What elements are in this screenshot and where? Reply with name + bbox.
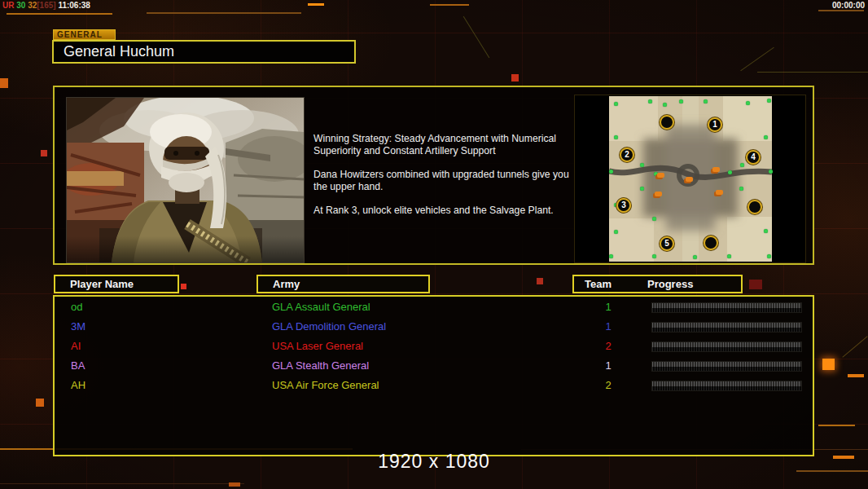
decor-line xyxy=(757,72,868,73)
start-position-marker: 5 xyxy=(660,236,674,251)
start-position-marker xyxy=(747,200,762,214)
decor-square xyxy=(0,78,8,88)
tree-dot xyxy=(609,254,613,258)
general-tab-label: GENERAL xyxy=(53,29,116,40)
decor-line xyxy=(7,13,112,15)
decor-square xyxy=(308,3,324,6)
general-name-box: General Huchum xyxy=(52,40,356,64)
decor-square xyxy=(822,359,835,370)
strategy-paragraph: Winning Strategy: Steady Advancement wit… xyxy=(313,133,574,157)
map-markers: 12435 xyxy=(609,96,772,262)
decor-square xyxy=(749,280,762,289)
start-position-marker: 3 xyxy=(616,198,631,213)
header-progress-label: Progress xyxy=(647,278,693,290)
table-row: od GLA Assault General 1 xyxy=(55,298,813,318)
loading-screen: UR 30 32[165] 11:06:38 00:00:00 GENERAL … xyxy=(0,0,868,489)
player-team: 2 xyxy=(598,340,618,352)
player-progress-bar xyxy=(651,302,802,313)
player-name: AH xyxy=(71,379,85,391)
match-timer: 00:00:00 xyxy=(832,1,865,10)
player-progress-bar xyxy=(651,341,802,352)
player-name: od xyxy=(71,301,82,313)
tree-dot xyxy=(704,99,708,104)
player-army: GLA Stealth General xyxy=(272,359,369,372)
start-position-marker: 4 xyxy=(746,150,761,165)
start-position-marker xyxy=(660,115,674,130)
general-portrait xyxy=(66,97,305,263)
decor-line xyxy=(147,12,301,14)
map-preview: 12435 xyxy=(609,96,772,262)
tree-dot xyxy=(652,254,656,258)
decor-line xyxy=(818,10,864,11)
header-team-progress: Team Progress xyxy=(572,275,743,293)
header-team-label: Team xyxy=(585,278,612,290)
players-table-body: od GLA Assault General 1 3M GLA Demoliti… xyxy=(53,295,814,456)
supply-pile-icon xyxy=(712,167,720,172)
tree-dot xyxy=(648,99,652,104)
start-position-marker: 1 xyxy=(708,117,722,132)
table-row: BA GLA Stealth General 1 xyxy=(55,357,813,377)
player-army: GLA Assault General xyxy=(272,301,370,313)
decor-line xyxy=(430,4,469,6)
tree-dot xyxy=(746,101,750,105)
strategy-paragraph: At Rank 3, unlock elite vehicles and the… xyxy=(313,205,574,217)
player-team: 1 xyxy=(598,320,618,333)
player-army: USA Laser General xyxy=(272,340,363,352)
tree-dot xyxy=(767,254,771,258)
player-progress-bar xyxy=(651,322,802,333)
tree-dot xyxy=(739,187,743,191)
player-progress-bar xyxy=(651,381,802,391)
supply-pile-icon xyxy=(716,190,723,195)
player-army: GLA Demolition General xyxy=(272,320,386,333)
debug-segment: [165] xyxy=(37,1,55,10)
decor-square xyxy=(229,482,240,487)
header-army: Army xyxy=(256,275,430,293)
start-position-marker xyxy=(704,236,718,250)
tree-dot xyxy=(727,254,731,258)
decor-line xyxy=(463,16,490,58)
debug-segment: 32 xyxy=(28,1,37,10)
decor-line xyxy=(848,374,864,377)
general-info-panel: Winning Strategy: Steady Advancement wit… xyxy=(53,86,814,265)
player-team: 1 xyxy=(598,359,618,372)
tree-dot xyxy=(614,135,618,139)
player-progress-bar xyxy=(651,361,802,372)
table-row: AH USA Air Force General 2 xyxy=(55,377,813,396)
supply-pile-icon xyxy=(686,177,693,182)
decor-square xyxy=(41,150,47,156)
table-row: AI USA Laser General 2 xyxy=(55,337,813,357)
decor-line xyxy=(842,336,867,357)
tree-dot xyxy=(740,163,744,167)
supply-pile-icon xyxy=(655,192,662,196)
decor-line xyxy=(0,483,244,484)
tree-dot xyxy=(769,170,773,174)
tree-dot xyxy=(728,170,732,174)
player-army: USA Air Force General xyxy=(272,379,379,391)
decor-square xyxy=(36,399,44,407)
debug-segment: 11:06:38 xyxy=(56,1,90,10)
tree-dot xyxy=(767,99,771,103)
strategy-text: Winning Strategy: Steady Advancement wit… xyxy=(313,133,574,228)
tree-dot xyxy=(640,163,644,167)
start-position-marker: 2 xyxy=(620,148,634,162)
tree-dot xyxy=(764,229,768,233)
resolution-label: 1920 x 1080 xyxy=(0,451,868,473)
tree-dot xyxy=(652,217,656,221)
decor-square xyxy=(511,74,519,82)
tree-dot xyxy=(663,103,667,107)
supply-pile-icon xyxy=(657,173,664,178)
player-name: BA xyxy=(71,359,85,372)
debug-segment: 30 xyxy=(16,1,28,10)
table-row: 3M GLA Demolition General 1 xyxy=(55,318,813,337)
general-name: General Huchum xyxy=(54,43,174,60)
tree-dot xyxy=(679,99,683,104)
player-team: 1 xyxy=(598,301,618,313)
map-preview-box: 12435 xyxy=(574,95,806,263)
player-team: 2 xyxy=(598,379,618,391)
tree-dot xyxy=(614,230,618,234)
portrait-art xyxy=(67,98,304,262)
decor-line xyxy=(740,47,774,71)
decor-square xyxy=(537,278,543,284)
tree-dot xyxy=(614,102,618,106)
tree-dot xyxy=(764,135,768,139)
